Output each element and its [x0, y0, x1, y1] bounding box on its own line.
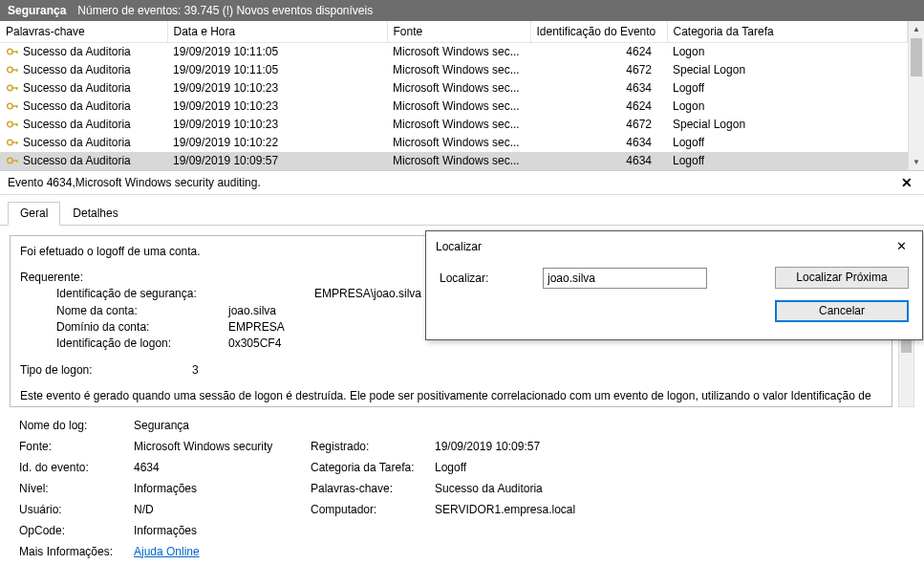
cell-source: Microsoft Windows sec... [387, 134, 530, 152]
key-icon [6, 154, 19, 167]
svg-rect-11 [16, 105, 17, 108]
meta-label: Mais Informações: [19, 545, 134, 558]
meta-label: Nome do log: [19, 419, 134, 432]
svg-rect-20 [16, 160, 17, 163]
cell-category: Logoff [667, 134, 908, 152]
table-row[interactable]: Sucesso da Auditoria19/09/2019 10:09:57M… [0, 152, 908, 170]
desc-field-label: Identificação de logon: [56, 336, 228, 352]
detail-title: Evento 4634,Microsoft Windows security a… [8, 176, 261, 189]
cell-keywords: Sucesso da Auditoria [23, 63, 131, 76]
cell-keywords: Sucesso da Auditoria [23, 118, 131, 131]
titlebar-title: Segurança [8, 0, 66, 21]
cell-keywords: Sucesso da Auditoria [23, 45, 131, 58]
dialog-close-icon[interactable]: ✕ [889, 237, 914, 255]
cell-source: Microsoft Windows sec... [387, 152, 530, 170]
cell-category: Logoff [667, 152, 908, 170]
desc-field-label: Nome da conta: [56, 303, 228, 319]
event-grid[interactable]: Palavras-chave Data e Hora Fonte Identif… [0, 21, 908, 170]
desc-field-value: joao.silva [228, 304, 276, 317]
find-label: Localizar: [440, 271, 543, 285]
tab-details[interactable]: Detalhes [60, 202, 130, 226]
find-dialog: Localizar ✕ Localizar: Localizar Próxima… [425, 230, 923, 340]
cancel-button[interactable]: Cancelar [775, 300, 909, 322]
grid-scrollbar[interactable]: ▲ ▼ [908, 21, 924, 170]
meta-value: Microsoft Windows security [134, 440, 311, 453]
meta-label: Palavras-chave: [311, 482, 435, 495]
table-row[interactable]: Sucesso da Auditoria19/09/2019 10:10:23M… [0, 116, 908, 134]
cell-datetime: 19/09/2019 10:09:57 [167, 152, 387, 170]
desc-field-value: 0x305CF4 [228, 336, 281, 350]
cell-keywords: Sucesso da Auditoria [23, 81, 131, 95]
desc-field-value: 3 [192, 363, 199, 377]
svg-rect-5 [16, 69, 17, 72]
find-next-button[interactable]: Localizar Próxima [775, 267, 909, 289]
cell-source: Microsoft Windows sec... [387, 61, 530, 79]
cell-event-id: 4672 [530, 116, 667, 134]
cell-source: Microsoft Windows sec... [387, 43, 530, 61]
cell-datetime: 19/09/2019 10:11:05 [167, 43, 387, 61]
col-source[interactable]: Fonte [387, 21, 530, 43]
meta-label: Usuário: [19, 503, 134, 516]
cell-source: Microsoft Windows sec... [387, 116, 530, 134]
desc-field-value: EMPRESA [228, 320, 285, 334]
meta-value: Segurança [134, 419, 311, 432]
col-datetime[interactable]: Data e Hora [167, 21, 387, 43]
cell-category: Logoff [667, 79, 908, 98]
cell-event-id: 4634 [530, 79, 667, 98]
key-icon [6, 81, 19, 95]
desc-field-label: Identificação de segurança: [56, 286, 228, 302]
col-event-id[interactable]: Identificação do Evento [530, 21, 667, 43]
cell-datetime: 19/09/2019 10:10:22 [167, 134, 387, 152]
table-row[interactable]: Sucesso da Auditoria19/09/2019 10:10:23M… [0, 79, 908, 98]
table-row[interactable]: Sucesso da Auditoria19/09/2019 10:10:23M… [0, 98, 908, 116]
help-link[interactable]: Ajuda Online [134, 545, 311, 558]
meta-value: Logoff [435, 461, 466, 474]
table-row[interactable]: Sucesso da Auditoria19/09/2019 10:11:05M… [0, 61, 908, 79]
cell-event-id: 4634 [530, 134, 667, 152]
dialog-title: Localizar [436, 240, 482, 253]
svg-point-3 [8, 67, 13, 73]
meta-value: SERVIDOR1.empresa.local [435, 503, 575, 516]
cell-keywords: Sucesso da Auditoria [23, 154, 131, 167]
cell-event-id: 4624 [530, 43, 667, 61]
svg-rect-17 [16, 141, 17, 144]
detail-header: Evento 4634,Microsoft Windows security a… [0, 171, 924, 195]
col-keywords[interactable]: Palavras-chave [0, 21, 167, 43]
cell-category: Special Logon [667, 61, 908, 79]
svg-rect-14 [16, 123, 17, 126]
svg-point-18 [8, 158, 13, 163]
meta-value: 4634 [134, 461, 311, 474]
table-row[interactable]: Sucesso da Auditoria19/09/2019 10:11:05M… [0, 43, 908, 61]
find-input[interactable] [543, 268, 707, 289]
event-metadata: Nome do log:Segurança Fonte:Microsoft Wi… [0, 407, 924, 558]
cell-keywords: Sucesso da Auditoria [23, 99, 131, 113]
meta-value: Sucesso da Auditoria [435, 482, 543, 495]
meta-value: Informações [134, 524, 311, 537]
table-row[interactable]: Sucesso da Auditoria19/09/2019 10:10:22M… [0, 134, 908, 152]
desc-footer: Este evento é gerado quando uma sessão d… [20, 388, 882, 406]
cell-source: Microsoft Windows sec... [387, 98, 530, 116]
cell-datetime: 19/09/2019 10:10:23 [167, 116, 387, 134]
cell-event-id: 4634 [530, 152, 667, 170]
tab-strip: Geral Detalhes [0, 195, 924, 226]
meta-value: N/D [134, 503, 311, 516]
meta-label: Nível: [19, 482, 134, 495]
meta-value: Informações [134, 482, 311, 495]
cell-datetime: 19/09/2019 10:10:23 [167, 79, 387, 98]
cell-datetime: 19/09/2019 10:10:23 [167, 98, 387, 116]
titlebar: Segurança Número de eventos: 39.745 (!) … [0, 0, 924, 21]
meta-label: OpCode: [19, 524, 134, 537]
grid-header-row[interactable]: Palavras-chave Data e Hora Fonte Identif… [0, 21, 908, 43]
meta-label: Categoria da Tarefa: [311, 461, 435, 474]
svg-point-6 [8, 85, 13, 91]
meta-label: Fonte: [19, 440, 134, 453]
meta-label: Registrado: [311, 440, 435, 453]
col-task-category[interactable]: Categoria da Tarefa [667, 21, 908, 43]
close-icon[interactable]: ✕ [897, 175, 916, 190]
scroll-thumb[interactable] [911, 38, 922, 76]
tab-general[interactable]: Geral [8, 202, 60, 226]
scroll-down-icon[interactable]: ▼ [909, 154, 924, 170]
cell-keywords: Sucesso da Auditoria [23, 136, 131, 149]
svg-point-12 [8, 121, 13, 127]
scroll-up-icon[interactable]: ▲ [909, 21, 924, 37]
